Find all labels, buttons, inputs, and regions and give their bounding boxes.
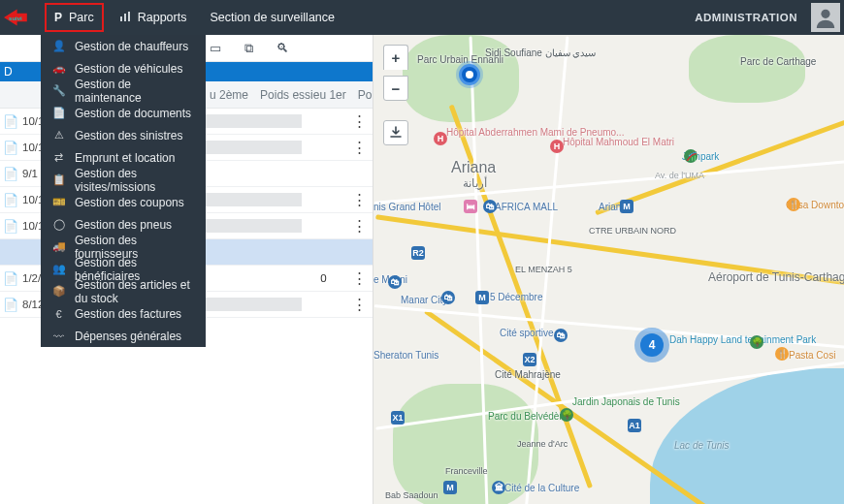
tool-copy-icon[interactable]: ⧉ [244,41,253,56]
metro-marker-icon: M [443,481,457,494]
parc-dropdown-menu: 👤Gestion de chauffeurs🚗Gestion de véhicu… [41,35,206,347]
map-label-africa-mall: AFRICA MALL [495,202,558,212]
dropdown-item[interactable]: 📄Gestion de documents [41,102,206,124]
dropdown-item-icon: ⇄ [52,151,65,164]
map-label-franceville: Franceville [445,466,488,476]
row-kebab-icon[interactable]: ⋮ [345,191,373,208]
map-label-jardin-jap: Jardin Japonais de Tunis [572,396,680,407]
row-kebab-icon[interactable]: ⋮ [345,296,373,313]
dropdown-item[interactable]: €Gestion des factures [41,302,206,325]
row-bar [205,114,302,128]
map-label-ctre-urbain: CTRE URBAIN NORD [589,226,676,236]
nav-section-surveillance[interactable]: Section de surveillance [198,0,346,35]
nav-rapports-label: Rapports [138,11,187,24]
tracked-vehicle-marker[interactable] [459,64,480,85]
dropdown-item[interactable]: 🎫Gestion des coupons [41,191,206,213]
row-bar [205,298,302,311]
route-marker-icon: X1 [391,411,405,425]
shop-marker-icon: 🛍 [483,200,497,213]
bar-chart-icon [119,11,131,25]
dropdown-item-icon: 🚗 [52,62,65,75]
map-label-parc-belvedere: Parc du Belvédère [488,411,568,422]
dropdown-item-label: Gestion de documents [75,107,191,120]
dropdown-item-label: Gestion de chauffeurs [75,40,188,53]
nav-rapports[interactable]: Rapports [108,0,199,35]
row-bar [205,141,302,154]
tool-page-icon[interactable]: ▭ [210,41,221,55]
dropdown-item-label: Gestion de maintenance [75,78,194,105]
map-label-cite-sportive: Cité sportive [500,328,554,338]
dropdown-item-icon: 📋 [52,173,65,186]
row-kebab-icon[interactable]: ⋮ [345,112,373,130]
dropdown-item-icon: 📄 [52,107,65,119]
zoom-out-button[interactable]: − [383,76,408,101]
parc-letter-icon: P [54,11,62,24]
map-controls: + − [383,45,408,145]
map-download-button[interactable] [383,120,408,145]
dropdown-item-icon: 〰 [52,331,65,342]
dropdown-item[interactable]: 〰Dépenses générales [41,325,206,347]
topbar: suivi P Parc Rapports Section de surveil… [0,0,844,35]
map-label-sidi-soufiane: Sidi Soufiane سيدي سفيان [485,47,597,58]
row-bar [205,271,302,285]
map-label-date-dec: 5 Décembre [490,292,542,302]
dropdown-item-label: Gestion des pneus [75,218,172,232]
map-panel[interactable]: Parc Urbain Ennahli Ariana أريانة Sidi S… [373,35,844,504]
row-bar [205,245,302,259]
park-marker-icon: 🎢 [684,149,698,163]
cluster-marker[interactable]: 4 [640,333,664,357]
hospital-marker-icon: H [434,132,447,145]
row-kebab-icon[interactable]: ⋮ [345,217,373,235]
nav-section-label: Section de surveillance [210,11,335,24]
food-marker-icon: 🍴 [787,198,800,211]
nav-administration[interactable]: ADMINISTRATION [681,12,811,23]
dropdown-item[interactable]: 📦Gestion des articles et du stock [41,280,206,302]
map-label-menzah5: EL MENZAH 5 [515,265,572,274]
row-page-icon: 📄 [3,271,20,286]
dropdown-item-label: Gestion des factures [75,307,181,321]
col-header-3: Poids essieu 3 [358,88,373,102]
row-page-icon: 📄 [3,219,20,234]
dropdown-item-icon: 👥 [52,263,65,275]
map-label-lac-tunis: Lac de Tunis [674,440,730,451]
nav-parc[interactable]: P Parc [45,3,104,32]
map-label-cite-culture: Cité de la Culture [504,483,579,493]
shop-marker-icon: 🛍 [554,329,568,342]
map-label-jeanne: Jeanne d'Arc [517,439,568,449]
dropdown-item-label: Dépenses générales [75,330,181,343]
map-label-pasta: Pasta Cosi [789,350,835,361]
row-kebab-icon[interactable]: ⋮ [345,139,373,156]
row-page-icon: 📄 [3,141,20,155]
dropdown-item[interactable]: 🔧Gestion de maintenance [41,79,206,102]
route-marker-icon: X2 [523,353,536,366]
map-label-av-uma: Av. de l'UMA [655,171,704,180]
row-kebab-icon[interactable]: ⋮ [345,269,373,287]
dropdown-item[interactable]: 📋Gestion des visites/missions [41,169,206,191]
user-avatar[interactable] [811,3,840,32]
map-label-parc-carthage: Parc de Carthage [740,56,816,67]
map-background: Parc Urbain Ennahli Ariana أريانة Sidi S… [373,35,844,504]
row-page-icon: 📄 [3,167,20,181]
dropdown-item[interactable]: ⚠Gestion des sinistres [41,124,206,146]
svg-rect-2 [120,16,122,21]
shop-marker-icon: 🏛 [492,481,505,494]
park-marker-icon: 🌳 [750,335,763,349]
row-value: 0 [302,272,345,284]
metro-marker-icon: M [475,291,489,304]
dropdown-item-icon: 👤 [52,40,65,52]
metro-marker-icon: M [620,200,633,213]
dropdown-item-icon: 🔧 [52,84,65,97]
search-icon[interactable]: 🔍︎ [276,41,289,55]
dropdown-item-icon: 🚚 [52,240,65,253]
hospital-marker-icon: H [550,140,564,153]
dropdown-item-label: Gestion des coupons [75,196,184,209]
zoom-in-button[interactable]: + [383,45,408,70]
route-marker-icon: R2 [411,246,425,260]
dropdown-item-icon: 🎫 [52,196,65,208]
row-page-icon: 📄 [3,193,20,207]
park-marker-icon: 🌳 [560,408,573,422]
map-label-aeroport: Aéroport de Tunis-Carthage [708,270,844,284]
dropdown-item[interactable]: 👤Gestion de chauffeurs [41,35,206,57]
col-header-2: Poids essieu 1er [260,88,346,102]
map-label-grand-hotel: nis Grand Hôtel [373,202,440,212]
